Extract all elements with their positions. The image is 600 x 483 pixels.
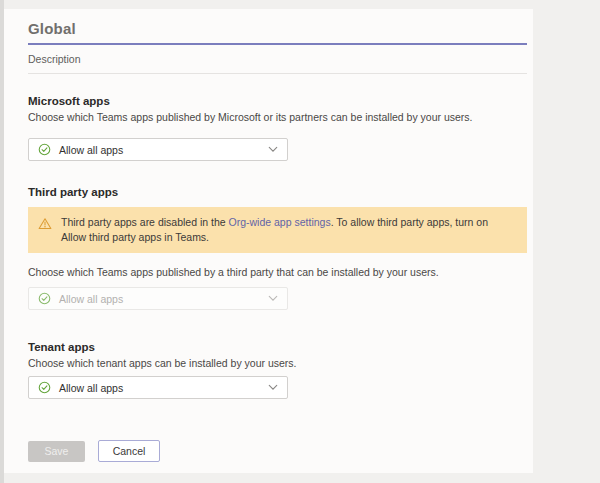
section-microsoft-apps: Microsoft apps Choose which Teams apps p… (28, 95, 521, 161)
warning-message: Third party apps are disabled in the Org… (61, 215, 513, 245)
check-circle-icon (38, 143, 51, 156)
section-heading-tenant-apps: Tenant apps (28, 341, 521, 353)
title-underline (28, 43, 527, 45)
warning-triangle-icon (38, 216, 52, 245)
page-title: Global (28, 20, 521, 37)
third-party-warning-banner: Third party apps are disabled in the Org… (28, 207, 527, 253)
third-party-apps-dropdown: Allow all apps (28, 287, 288, 310)
description-divider (28, 73, 527, 74)
description-label: Description (28, 53, 521, 65)
footer-actions: Save Cancel (28, 440, 160, 462)
app-permission-policy-page: Global Description Microsoft apps Choose… (0, 0, 600, 483)
policy-content: Global Description Microsoft apps Choose… (4, 9, 527, 399)
cancel-button[interactable]: Cancel (98, 440, 160, 462)
section-description: Choose which Teams apps published by Mic… (28, 111, 521, 123)
policy-detail-panel: Global Description Microsoft apps Choose… (4, 9, 533, 473)
org-wide-app-settings-link[interactable]: Org-wide app settings (229, 216, 331, 228)
section-description: Choose which Teams apps published by a t… (28, 266, 521, 278)
chevron-down-icon (268, 295, 278, 302)
section-third-party-apps: Third party apps Third party apps are di… (28, 186, 521, 310)
microsoft-apps-dropdown[interactable]: Allow all apps (28, 138, 288, 161)
dropdown-selected-value: Allow all apps (59, 293, 123, 305)
dropdown-selected-value: Allow all apps (59, 144, 123, 156)
section-heading-third-party-apps: Third party apps (28, 186, 521, 198)
section-description: Choose which tenant apps can be installe… (28, 357, 521, 369)
save-button: Save (28, 441, 85, 462)
check-circle-icon (38, 381, 51, 394)
warning-text-before: Third party apps are disabled in the (61, 216, 229, 228)
check-circle-icon (38, 292, 51, 305)
dropdown-selected-value: Allow all apps (59, 382, 123, 394)
section-heading-microsoft-apps: Microsoft apps (28, 95, 521, 107)
chevron-down-icon (268, 384, 278, 391)
tenant-apps-dropdown[interactable]: Allow all apps (28, 376, 288, 399)
chevron-down-icon (268, 146, 278, 153)
section-tenant-apps: Tenant apps Choose which tenant apps can… (28, 341, 521, 399)
